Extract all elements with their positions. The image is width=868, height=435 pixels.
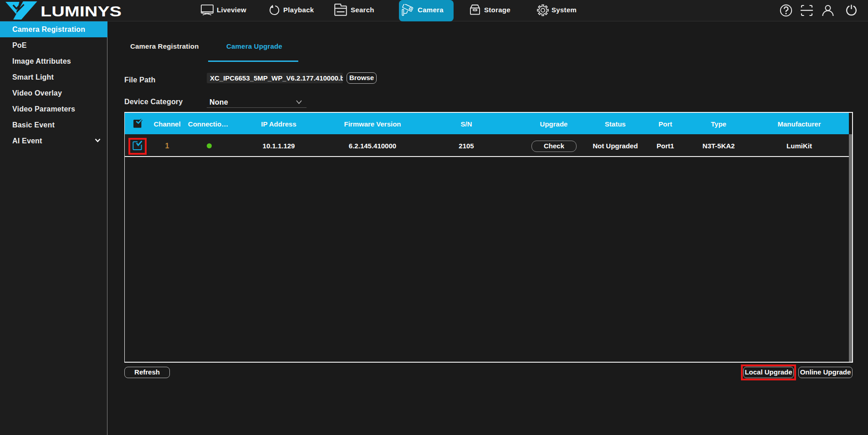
- svg-text:LUMINYS: LUMINYS: [41, 4, 122, 19]
